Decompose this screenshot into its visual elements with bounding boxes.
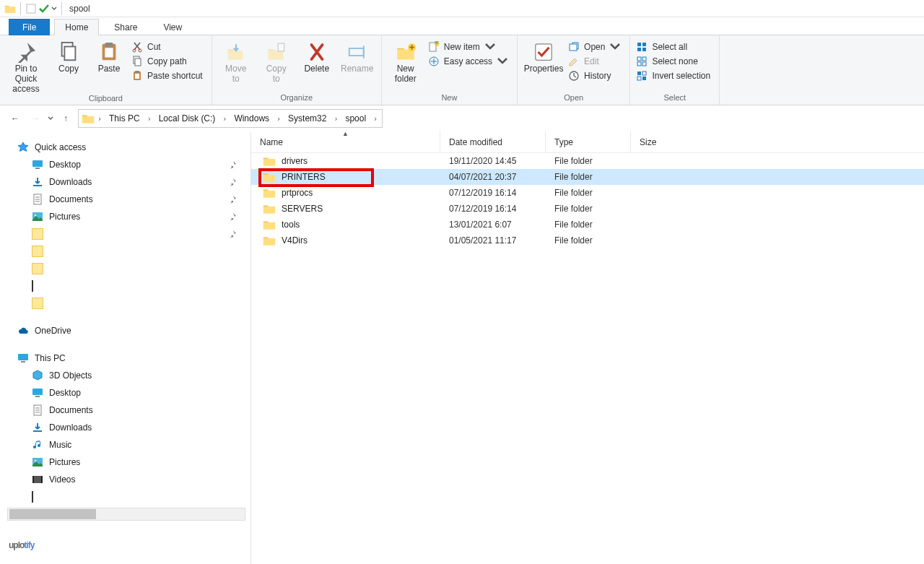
nav-pinned-folder[interactable] — [0, 260, 250, 277]
nav-pinned-folder[interactable] — [0, 243, 250, 260]
nav-pinned-folder[interactable] — [0, 295, 250, 312]
new-item-button[interactable]: New item — [427, 40, 513, 53]
nav-recent-item[interactable] — [0, 488, 250, 506]
folder-icon — [32, 263, 43, 274]
nav-pc-downloads[interactable]: Downloads — [0, 419, 250, 436]
folder-icon — [82, 112, 95, 125]
nav-horizontal-scrollbar[interactable] — [0, 508, 251, 521]
nav-recent-dropdown-icon[interactable] — [48, 116, 53, 121]
nav-this-pc[interactable]: This PC — [0, 350, 250, 367]
nav-3d-objects[interactable]: 3D Objects — [0, 367, 250, 384]
file-row[interactable]: V4Dirs01/05/2021 11:17File folder — [251, 233, 924, 248]
pin-quick-access-button[interactable]: Pin to Quick access — [4, 38, 48, 94]
ribbon-group-select: Select all Select none Invert selection … — [630, 35, 720, 105]
ribbon: Pin to Quick access Copy Paste Cut Copy … — [0, 35, 924, 105]
qat-properties-icon[interactable] — [25, 3, 37, 14]
file-name: V4Dirs — [282, 235, 308, 246]
folder-icon — [263, 235, 276, 246]
nav-pc-videos[interactable]: Videos — [0, 471, 250, 488]
ribbon-group-organize: Move to Copy to Delete Rename Organize — [212, 35, 382, 105]
file-row[interactable]: prtprocs07/12/2019 16:14File folder — [251, 185, 924, 201]
nav-pc-desktop[interactable]: Desktop — [0, 384, 250, 402]
tab-share[interactable]: Share — [103, 19, 148, 35]
breadcrumb-node[interactable]: System32 — [284, 112, 331, 125]
chevron-right-icon[interactable]: › — [274, 110, 284, 126]
nav-pc-documents[interactable]: Documents — [0, 402, 250, 419]
chevron-right-icon[interactable]: › — [370, 110, 380, 126]
nav-pictures[interactable]: Pictures — [0, 208, 250, 225]
copy-button[interactable]: Copy — [49, 38, 88, 74]
file-row[interactable]: PRINTERS04/07/2021 20:37File folder — [251, 169, 924, 185]
column-date[interactable]: Date modified — [440, 131, 546, 152]
folder-icon — [263, 172, 276, 182]
file-row[interactable]: tools13/01/2021 6:07File folder — [251, 217, 924, 233]
nav-documents[interactable]: Documents — [0, 191, 250, 208]
video-icon — [32, 474, 43, 485]
nav-recent-item[interactable] — [0, 277, 250, 295]
chevron-right-icon[interactable]: › — [219, 110, 230, 126]
breadcrumb-node[interactable]: spool — [341, 112, 370, 125]
folder-icon — [263, 220, 276, 230]
chevron-right-icon[interactable]: › — [331, 110, 341, 126]
sort-ascending-icon: ▲ — [342, 130, 349, 137]
qat-dropdown-icon[interactable] — [51, 6, 57, 12]
move-to-button[interactable]: Move to — [217, 38, 256, 84]
open-button[interactable]: Open — [567, 40, 625, 53]
ribbon-tabs: File Home Share View — [0, 17, 924, 35]
download-icon — [32, 176, 43, 188]
rename-button[interactable]: Rename — [338, 38, 377, 74]
breadcrumb[interactable]: › This PC › Local Disk (C:) › Windows › … — [78, 109, 383, 128]
file-date: 07/12/2019 16:14 — [440, 188, 546, 198]
column-size[interactable]: Size — [631, 131, 693, 152]
scrollbar-thumb[interactable] — [9, 509, 96, 519]
nav-quick-access[interactable]: Quick access — [0, 139, 250, 156]
nav-pc-music[interactable]: Music — [0, 436, 250, 454]
copy-to-button[interactable]: Copy to — [257, 38, 296, 84]
invert-selection-button[interactable]: Invert selection — [635, 69, 715, 82]
column-name[interactable]: ▲Name — [251, 131, 440, 152]
navigation-pane: Quick access Desktop Downloads Documents… — [0, 131, 251, 564]
chevron-right-icon[interactable]: › — [95, 110, 105, 126]
file-type: File folder — [546, 188, 631, 198]
easy-access-button[interactable]: Easy access — [427, 55, 513, 68]
file-type: File folder — [546, 220, 631, 230]
tab-file[interactable]: File — [9, 19, 50, 35]
properties-button[interactable]: Properties — [522, 38, 565, 74]
file-name: drivers — [282, 156, 308, 166]
nav-pinned-folder[interactable] — [0, 225, 250, 243]
quick-access-toolbar — [25, 3, 57, 14]
ribbon-group-new: New folder New item Easy access New — [382, 35, 518, 105]
edit-button[interactable]: Edit — [567, 55, 625, 68]
nav-desktop[interactable]: Desktop — [0, 156, 250, 173]
file-row[interactable]: SERVERS07/12/2019 16:14File folder — [251, 201, 924, 217]
tab-view[interactable]: View — [152, 19, 193, 35]
history-button[interactable]: History — [567, 69, 625, 82]
tab-home[interactable]: Home — [54, 19, 99, 35]
new-folder-button[interactable]: New folder — [386, 38, 425, 84]
nav-onedrive[interactable]: OneDrive — [0, 322, 250, 339]
cut-button[interactable]: Cut — [130, 40, 207, 53]
paste-shortcut-button[interactable]: Paste shortcut — [130, 69, 207, 82]
select-all-button[interactable]: Select all — [635, 40, 715, 53]
delete-button[interactable]: Delete — [297, 38, 336, 74]
qat-checked-icon[interactable] — [38, 3, 50, 14]
nav-downloads[interactable]: Downloads — [0, 173, 250, 191]
file-name: SERVERS — [282, 204, 323, 214]
breadcrumb-node[interactable]: Local Disk (C:) — [154, 112, 220, 125]
document-icon — [32, 404, 43, 416]
breadcrumb-node[interactable]: This PC — [105, 112, 144, 125]
column-type[interactable]: Type — [546, 131, 631, 152]
nav-forward-button: → — [27, 110, 43, 126]
folder-icon — [4, 3, 16, 14]
file-row[interactable]: drivers19/11/2020 14:45File folder — [251, 153, 924, 169]
nav-pc-pictures[interactable]: Pictures — [0, 454, 250, 471]
chevron-right-icon[interactable]: › — [144, 110, 154, 126]
paste-button[interactable]: Paste — [90, 38, 128, 74]
ribbon-group-open: Properties Open Edit History Open — [518, 35, 630, 105]
select-none-button[interactable]: Select none — [635, 55, 715, 68]
nav-back-button[interactable]: ← — [7, 110, 23, 126]
folder-icon — [32, 298, 43, 309]
breadcrumb-node[interactable]: Windows — [230, 112, 274, 125]
copy-path-button[interactable]: Copy path — [130, 55, 207, 68]
nav-up-button[interactable]: ↑ — [58, 110, 74, 126]
